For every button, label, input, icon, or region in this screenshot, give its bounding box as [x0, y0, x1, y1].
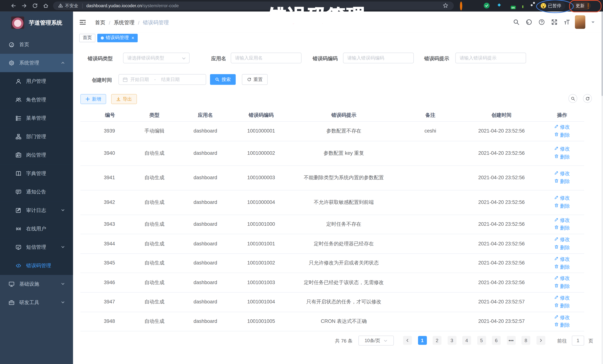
browser-forward-icon[interactable]	[21, 3, 27, 9]
help-icon[interactable]	[538, 19, 545, 25]
extension-green-check-icon[interactable]	[484, 3, 490, 9]
browser-menu-dots-icon[interactable]	[588, 3, 589, 9]
edit-link[interactable]: 修改	[554, 294, 570, 302]
browser-update-button[interactable]: 更新	[572, 1, 591, 10]
table-row[interactable]: 3941自动生成dashboard1001000003不能删除类型为系统内置的参…	[80, 165, 584, 190]
next-page-button[interactable]	[536, 336, 545, 345]
user-avatar[interactable]	[575, 15, 585, 29]
sidebar-item-infra[interactable]: 基础设施	[0, 275, 73, 293]
profile-paused-badge[interactable]: 已暂停	[539, 1, 565, 10]
refresh-table-button[interactable]	[583, 94, 592, 103]
sidebar-item-online-user[interactable]: 在线用户	[0, 220, 73, 238]
delete-link[interactable]: 删除	[554, 283, 570, 291]
edit-link[interactable]: 修改	[554, 194, 570, 202]
table-row[interactable]: 3943自动生成dashboard1001001000定时任务不存在2021-0…	[80, 215, 584, 234]
delete-link[interactable]: 删除	[554, 153, 570, 161]
goto-page-input[interactable]	[572, 336, 584, 346]
edit-link[interactable]: 修改	[554, 275, 570, 283]
security-warning[interactable]: 不安全	[58, 3, 78, 9]
delete-link[interactable]: 删除	[554, 202, 570, 210]
page-button-4[interactable]: 4	[462, 336, 471, 345]
table-row[interactable]: 3940自动生成dashboard1001000002参数配置 key 重复20…	[80, 141, 584, 166]
edit-link[interactable]: 修改	[554, 236, 570, 244]
tag-error-code[interactable]: 错误码管理 ×	[97, 33, 138, 42]
date-range-picker[interactable]: 开始日期 - 结束日期	[118, 74, 206, 85]
export-button[interactable]: 导出	[111, 94, 137, 104]
app-name-input[interactable]	[231, 53, 302, 63]
extension-grid-icon[interactable]: on	[508, 3, 514, 9]
table-row[interactable]: 3947自动生成dashboard1001001004只有开启状态的任务，才可以…	[80, 292, 584, 312]
delete-link[interactable]: 删除	[554, 321, 570, 330]
delete-link[interactable]: 删除	[554, 131, 570, 139]
sidebar-item-notice[interactable]: 通知公告	[0, 183, 73, 201]
sidebar-item-dict[interactable]: 字典管理	[0, 164, 73, 183]
prev-page-button[interactable]	[403, 336, 412, 345]
sidebar-item-dept[interactable]: 部门管理	[0, 128, 73, 146]
extension-key-icon[interactable]	[520, 3, 526, 9]
page-button-6[interactable]: 6	[492, 336, 501, 345]
table-row[interactable]: 3945自动生成dashboard1001001002只允许修改为开启或者关闭状…	[80, 254, 584, 273]
delete-link[interactable]: 删除	[554, 302, 570, 310]
table-row[interactable]: 3939手动编辑dashboard1001000001参数配置不存在ceshi2…	[80, 121, 584, 141]
search-button[interactable]: 搜索	[210, 74, 236, 85]
sidebar-item-error-code[interactable]: 错误码管理	[0, 256, 73, 275]
reset-button[interactable]: 重置	[242, 74, 268, 85]
browser-home-icon[interactable]	[43, 3, 49, 9]
delete-link[interactable]: 删除	[554, 244, 570, 252]
error-type-select[interactable]: 请选择错误码类型	[123, 53, 190, 63]
show-search-toggle-button[interactable]	[568, 94, 577, 103]
edit-link[interactable]: 修改	[554, 123, 570, 131]
breadcrumb-system[interactable]: 系统管理	[114, 19, 135, 26]
add-button[interactable]: 新增	[80, 94, 106, 104]
page-more-button[interactable]: •••	[507, 336, 516, 345]
scrollbar-thumb[interactable]	[602, 11, 603, 96]
table-row[interactable]: 3942自动生成dashboard1001000004不允许获取敏感配置到前端2…	[80, 190, 584, 215]
table-row[interactable]: 3946自动生成dashboard1001001003定时任务已经处于该状态，无…	[80, 273, 584, 292]
address-bar[interactable]: 不安全 dashboard.yudao.iocoder.cn/system/er…	[53, 1, 454, 10]
sidebar-item-system[interactable]: 系统管理	[0, 54, 73, 72]
sidebar-item-sms[interactable]: 短信管理	[0, 238, 73, 256]
tag-home[interactable]: 首页	[79, 33, 95, 42]
delete-link[interactable]: 删除	[554, 224, 570, 232]
sidebar-item-post[interactable]: 岗位管理	[0, 146, 73, 164]
sidebar-item-audit-log[interactable]: 审计日志	[0, 201, 73, 220]
table-row[interactable]: 3944自动生成dashboard1001001001定时任务的处理器已经存在2…	[80, 234, 584, 254]
sidebar-item-home[interactable]: 首页	[0, 35, 73, 54]
page-button-8[interactable]: 8	[522, 336, 531, 345]
extension-orange-icon[interactable]	[460, 3, 466, 9]
page-button-2[interactable]: 2	[433, 336, 441, 345]
sidebar-logo[interactable]: 芋道管理系统	[0, 11, 73, 34]
page-button-5[interactable]: 5	[477, 336, 486, 345]
sidebar-item-menu[interactable]: 菜单管理	[0, 109, 73, 127]
page-size-select[interactable]: 10条/页	[359, 336, 394, 346]
browser-back-icon[interactable]	[10, 3, 16, 9]
sidebar-item-devtools[interactable]: 研发工具	[0, 293, 73, 312]
error-msg-input[interactable]	[455, 53, 526, 63]
browser-reload-icon[interactable]	[32, 3, 38, 9]
search-icon[interactable]	[513, 19, 520, 25]
font-size-icon[interactable]	[564, 19, 570, 25]
bookmark-star-icon[interactable]	[443, 3, 448, 9]
avatar-caret-icon[interactable]	[591, 22, 595, 25]
extension-gem-icon[interactable]	[472, 3, 478, 9]
github-icon[interactable]	[526, 19, 532, 25]
extension-puzzle-icon[interactable]	[531, 3, 537, 9]
sidebar-item-role[interactable]: 角色管理	[0, 91, 73, 109]
delete-link[interactable]: 删除	[554, 263, 570, 271]
sidebar-toggle-icon[interactable]	[79, 19, 86, 26]
page-button-3[interactable]: 3	[448, 336, 456, 345]
table-row[interactable]: 3948自动生成dashboard1001001005CRON 表达式不正确20…	[80, 312, 584, 331]
edit-link[interactable]: 修改	[554, 217, 570, 224]
delete-link[interactable]: 删除	[554, 178, 570, 186]
sidebar-item-user[interactable]: 用户管理	[0, 72, 73, 90]
extension-blue-diamond-icon[interactable]	[496, 3, 502, 9]
edit-link[interactable]: 修改	[554, 255, 570, 263]
breadcrumb-home[interactable]: 首页	[95, 19, 105, 26]
edit-link[interactable]: 修改	[554, 145, 570, 153]
close-tab-icon[interactable]: ×	[132, 36, 134, 40]
edit-link[interactable]: 修改	[554, 170, 570, 178]
page-button-1[interactable]: 1	[418, 336, 427, 345]
error-code-input[interactable]	[343, 53, 414, 63]
edit-link[interactable]: 修改	[554, 314, 570, 321]
fullscreen-icon[interactable]	[551, 19, 557, 25]
